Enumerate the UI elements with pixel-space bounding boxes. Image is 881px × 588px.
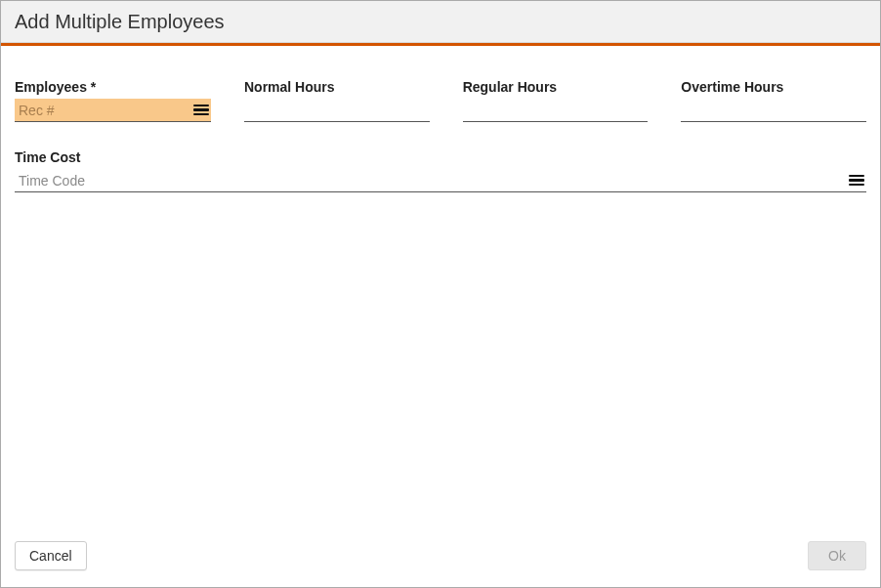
dialog-title: Add Multiple Employees	[15, 11, 225, 33]
normal-hours-input-wrap[interactable]	[244, 99, 430, 122]
overtime-hours-input-wrap[interactable]	[681, 99, 866, 122]
dialog-footer: Cancel Ok	[1, 536, 880, 587]
time-cost-input-wrap[interactable]	[15, 169, 866, 192]
time-cost-input[interactable]	[15, 169, 849, 191]
titlebar: Add Multiple Employees	[1, 1, 880, 43]
regular-hours-field: Regular Hours	[463, 79, 649, 122]
overtime-hours-label: Overtime Hours	[681, 79, 866, 95]
list-picker-icon[interactable]	[193, 104, 209, 117]
overtime-hours-field: Overtime Hours	[681, 79, 866, 122]
overtime-hours-input[interactable]	[681, 99, 866, 121]
ok-button[interactable]: Ok	[808, 541, 866, 570]
field-row-1: Employees * Normal Hours Regular Hours	[15, 79, 866, 122]
employees-field: Employees *	[15, 79, 211, 122]
regular-hours-input[interactable]	[463, 99, 649, 121]
employees-label: Employees *	[15, 79, 211, 95]
time-cost-label: Time Cost	[15, 149, 866, 165]
dialog-window: Add Multiple Employees Employees * Norma…	[0, 0, 881, 588]
employees-input[interactable]	[15, 99, 193, 121]
normal-hours-field: Normal Hours	[244, 79, 430, 122]
dialog-content: Employees * Normal Hours Regular Hours	[1, 46, 880, 536]
employees-input-wrap[interactable]	[15, 99, 211, 122]
regular-hours-label: Regular Hours	[463, 79, 649, 95]
normal-hours-input[interactable]	[244, 99, 430, 121]
time-cost-field: Time Cost	[15, 149, 866, 192]
regular-hours-input-wrap[interactable]	[463, 99, 649, 122]
list-picker-icon[interactable]	[849, 174, 864, 188]
normal-hours-label: Normal Hours	[244, 79, 430, 95]
cancel-button[interactable]: Cancel	[15, 541, 87, 570]
